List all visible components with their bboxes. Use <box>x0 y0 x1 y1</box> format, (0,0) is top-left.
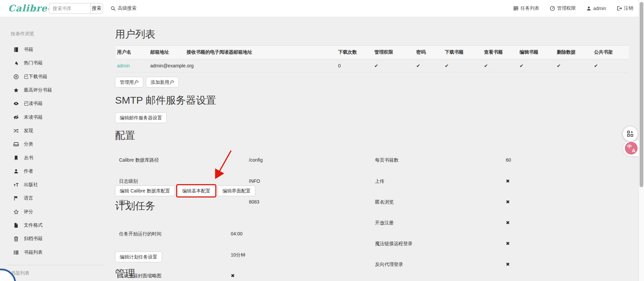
gauge-icon <box>550 6 555 11</box>
sidebar-item-publishers[interactable]: 出版社 <box>0 178 105 191</box>
schedule-buttons-row: 编辑计划任务设置 <box>115 251 162 262</box>
edit-ui-config-button[interactable]: 编辑界面配置 <box>218 185 255 196</box>
username-label: admin <box>593 6 606 11</box>
sidebar-item-unread-books[interactable]: 未读书籍 <box>0 110 105 124</box>
check-edit: ✔ <box>518 59 555 72</box>
list-icon <box>13 250 19 255</box>
col-email: 邮箱地址 <box>149 46 185 59</box>
user-table: 用户名 邮箱地址 接收书籍的电子阅读器邮箱地址 下载次数 管理权限 密码 下载书… <box>116 45 629 72</box>
sidebar-divider <box>7 265 105 265</box>
check-download: ✔ <box>443 59 483 72</box>
sidebar-item-discover[interactable]: 发现 <box>0 124 105 137</box>
config-upload: ✖ <box>506 178 511 185</box>
user-list-title: 用户列表 <box>115 29 155 40</box>
sidebar-item-downloaded-books[interactable]: 已下载书籍 <box>0 70 105 83</box>
cell-kindle-email <box>185 59 337 72</box>
col-username: 用户名 <box>116 46 149 59</box>
star-outline-icon <box>13 209 19 215</box>
config-right-labels: 每页书籍数 上传 匿名浏览 开放注册 魔法链接远程登录 反向代理登录 <box>375 143 413 275</box>
file-icon <box>13 223 19 228</box>
col-delete-data: 删除数据 <box>555 46 593 59</box>
schedule-max-duration: 10分钟 <box>231 251 246 259</box>
current-user-link[interactable]: admin <box>586 6 606 11</box>
sidebar-item-categories[interactable]: 分类 <box>0 137 105 151</box>
sidebar-nav: 书籍 热门书籍 已下载书籍 最高评分书籍 已读书籍 未读书籍 发现 分类 丛书 … <box>0 43 105 259</box>
col-public-shelf: 公共书架 <box>593 46 629 59</box>
navbar-right: 任务列表 管理权限 admin 注销 <box>513 0 633 17</box>
shuffle-icon <box>13 128 19 133</box>
edit-calibre-db-button[interactable]: 编辑 Calibre 数据库配置 <box>115 185 175 196</box>
config-db-path: /config <box>249 157 263 164</box>
user-icon <box>586 6 591 11</box>
permissions-label: 管理权限 <box>557 5 576 11</box>
config-anon-browse: ✖ <box>506 199 511 206</box>
grid-sparkle-icon <box>627 130 634 137</box>
sidebar-item-series[interactable]: 丛书 <box>0 151 105 164</box>
config-port: 8083 <box>249 199 263 206</box>
col-view-books: 查看书籍 <box>483 46 518 59</box>
check-password: ✔ <box>415 59 443 72</box>
config-title: 配置 <box>115 130 135 141</box>
sidebar-item-hot-books[interactable]: 热门书籍 <box>0 56 105 70</box>
schedule-values: 04:00 10分钟 ✖ ✖ ✖ <box>231 217 246 281</box>
edit-mail-server-button[interactable]: 编辑邮件服务器设置 <box>115 112 167 123</box>
check-admin: ✔ <box>373 59 415 72</box>
flag-icon <box>13 195 19 201</box>
manage-users-button[interactable]: 管理用户 <box>115 77 143 88</box>
col-edit-books: 编辑书籍 <box>518 46 555 59</box>
tasks-icon <box>513 6 519 11</box>
sidebar-item-file-formats[interactable]: 文件格式 <box>0 219 105 232</box>
config-left-values: /config INFO 8083 <box>249 143 263 212</box>
sidebar-item-archived-books[interactable]: 归档书籍 <box>0 232 105 245</box>
admin-permissions-link[interactable]: 管理权限 <box>550 5 576 11</box>
extension-grid-button[interactable] <box>623 126 638 141</box>
add-user-button[interactable]: 添加新用户 <box>146 77 179 88</box>
tasks-link[interactable]: 任务列表 <box>513 5 539 11</box>
scrollbar-track <box>639 0 644 281</box>
sidebar-item-authors[interactable]: 作者 <box>0 165 105 178</box>
check-delete: ✔ <box>555 59 593 72</box>
cell-downloads: 0 <box>337 59 373 72</box>
schedule-thumbnails: ✖ <box>231 272 246 279</box>
smtp-title: SMTP 邮件服务器设置 <box>115 95 216 106</box>
check-view: ✔ <box>483 59 518 72</box>
col-admin: 管理权限 <box>373 46 415 59</box>
schedule-title: 计划任务 <box>115 201 155 211</box>
user-icon <box>13 169 19 174</box>
edit-basic-config-button[interactable]: 编辑基本配置 <box>177 185 215 196</box>
config-books-per-page: 60 <box>506 157 511 164</box>
advanced-search-link[interactable]: 高级搜索 <box>111 0 137 17</box>
edit-schedule-button[interactable]: 编辑计划任务设置 <box>115 251 162 262</box>
bookmark-icon <box>13 155 19 161</box>
scrollbar-thumb[interactable] <box>640 2 643 187</box>
translate-button[interactable]: 中 A <box>625 142 638 155</box>
logout-link[interactable]: 注销 <box>616 5 633 11</box>
user-link-admin[interactable]: admin <box>117 63 130 68</box>
fire-icon <box>13 60 19 66</box>
config-right-values: 60 ✖ ✖ ✖ ✖ ✖ <box>506 143 511 275</box>
sidebar-item-languages[interactable]: 语言 <box>0 191 105 205</box>
col-kindle-email: 接收书籍的电子阅读器邮箱地址 <box>185 46 337 59</box>
text-size-icon <box>13 182 19 187</box>
advanced-search-label: 高级搜索 <box>118 5 137 11</box>
col-password: 密码 <box>415 46 443 59</box>
cell-email: admin@example.org <box>149 59 185 72</box>
schedule-start-time: 04:00 <box>231 230 246 237</box>
user-table-header-row: 用户名 邮箱地址 接收书籍的电子阅读器邮箱地址 下载次数 管理权限 密码 下载书… <box>116 46 629 59</box>
search-input[interactable] <box>49 3 91 14</box>
eye-icon <box>13 101 19 106</box>
sidebar-item-read-books[interactable]: 已读书籍 <box>0 97 105 110</box>
col-downloads: 下载次数 <box>337 46 373 59</box>
sidebar-item-top-rated[interactable]: 最高评分书籍 <box>0 83 105 97</box>
sidebar-item-book-list[interactable]: 书籍列表 <box>0 245 105 259</box>
config-public-reg: ✖ <box>506 219 511 226</box>
search-button[interactable]: 搜索 <box>90 3 103 14</box>
logout-icon <box>616 6 622 11</box>
sidebar-item-ratings[interactable]: 评分 <box>0 205 105 219</box>
config-log-level: INFO <box>249 178 263 185</box>
admin-section-title: 管理 <box>115 268 135 279</box>
tasks-label: 任务列表 <box>521 5 539 11</box>
smtp-buttons-row: 编辑邮件服务器设置 <box>115 112 167 123</box>
search-icon <box>111 6 116 11</box>
sidebar-item-books[interactable]: 书籍 <box>0 43 105 56</box>
